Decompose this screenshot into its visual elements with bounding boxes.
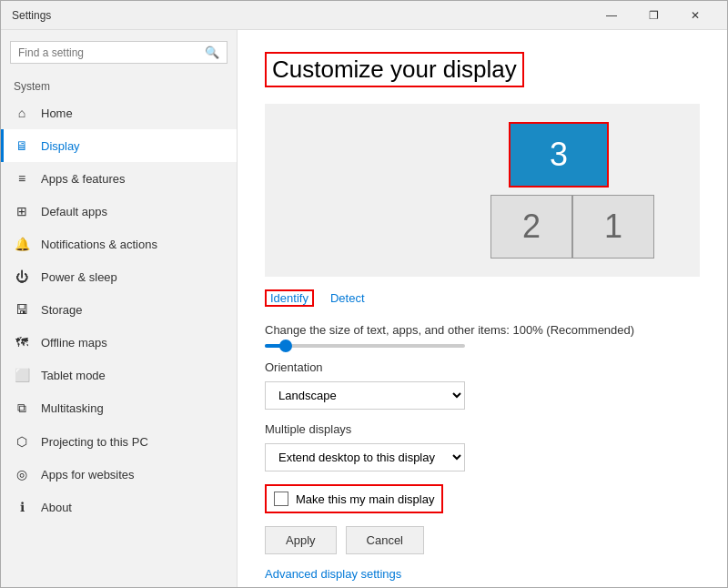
sidebar-item-label: About [41, 501, 72, 514]
sidebar-item-label: Display [41, 139, 80, 153]
apps-features-icon: ≡ [14, 171, 30, 186]
sidebar-item-projecting[interactable]: ⬡ Projecting to this PC [1, 425, 237, 458]
sidebar-item-display[interactable]: 🖥 Display [1, 129, 237, 162]
monitors-bottom-row: 2 1 [490, 195, 654, 259]
page-title: Customize your display [265, 52, 524, 87]
apps-websites-icon: ◎ [14, 467, 30, 482]
close-button[interactable]: ✕ [674, 1, 716, 30]
text-size-label: Change the size of text, apps, and other… [265, 323, 700, 337]
about-icon: ℹ [14, 500, 30, 514]
main-display-checkbox-row[interactable]: Make this my main display [265, 484, 443, 513]
sidebar-item-about[interactable]: ℹ About [1, 491, 237, 523]
detect-link[interactable]: Detect [329, 289, 367, 307]
orientation-setting: Orientation Landscape Portrait Landscape… [265, 360, 700, 410]
right-panel: Customize your display 3 2 1 [238, 30, 727, 587]
slider-thumb[interactable] [279, 340, 292, 352]
home-icon: ⌂ [14, 106, 30, 120]
multiple-displays-label: Multiple displays [265, 422, 700, 436]
main-content: 🔍 System ⌂ Home 🖥 Display ≡ Apps & featu… [1, 30, 727, 587]
titlebar: Settings — ❐ ✕ [1, 1, 727, 30]
multiple-displays-select[interactable]: Extend desktop to this display Duplicate… [265, 443, 465, 471]
minimize-button[interactable]: — [591, 1, 632, 30]
window-title: Settings [12, 9, 51, 22]
maximize-button[interactable]: ❐ [632, 1, 674, 30]
action-buttons-row: Apply Cancel [265, 526, 700, 554]
storage-icon: 🖫 [14, 302, 30, 317]
monitor-1-block[interactable]: 1 [572, 195, 654, 259]
power-icon: ⏻ [14, 269, 30, 284]
display-preview-wrapper: 3 2 1 [283, 113, 682, 268]
monitor-2-block[interactable]: 2 [490, 195, 572, 259]
sidebar-item-label: Apps & features [41, 172, 126, 186]
sidebar-item-multitasking[interactable]: ⧉ Multitasking [1, 391, 237, 425]
sidebar-item-offline-maps[interactable]: 🗺 Offline maps [1, 326, 237, 359]
sidebar-item-label: Power & sleep [41, 270, 117, 284]
display-preview-area: 3 2 1 [265, 104, 700, 277]
default-apps-icon: ⊞ [14, 204, 30, 218]
advanced-display-settings-link[interactable]: Advanced display settings [265, 567, 401, 581]
notifications-icon: 🔔 [14, 237, 30, 251]
projecting-icon: ⬡ [14, 434, 30, 449]
sidebar-item-label: Tablet mode [41, 369, 106, 382]
apply-button[interactable]: Apply [265, 526, 337, 554]
multiple-displays-setting: Multiple displays Extend desktop to this… [265, 422, 700, 471]
monitor-1-label: 1 [604, 208, 622, 246]
main-display-checkbox[interactable] [274, 492, 288, 506]
cancel-button[interactable]: Cancel [346, 526, 424, 554]
search-icon: 🔍 [205, 46, 219, 59]
orientation-label: Orientation [265, 360, 700, 374]
identify-detect-row: Identify Detect [265, 289, 700, 307]
display-icon: 🖥 [14, 138, 30, 153]
monitor-3-label: 3 [550, 136, 568, 174]
sidebar-item-notifications[interactable]: 🔔 Notifications & actions [1, 228, 237, 260]
search-input[interactable] [18, 46, 205, 59]
main-display-label: Make this my main display [296, 492, 434, 506]
orientation-select[interactable]: Landscape Portrait Landscape (flipped) P… [265, 381, 465, 410]
sidebar: 🔍 System ⌂ Home 🖥 Display ≡ Apps & featu… [1, 30, 238, 587]
text-size-setting: Change the size of text, apps, and other… [265, 323, 700, 348]
sidebar-item-tablet-mode[interactable]: ⬜ Tablet mode [1, 359, 237, 391]
sidebar-item-home[interactable]: ⌂ Home [1, 96, 237, 129]
sidebar-item-label: Default apps [41, 205, 107, 218]
sidebar-item-label: Notifications & actions [41, 238, 157, 251]
sidebar-item-default-apps[interactable]: ⊞ Default apps [1, 195, 237, 228]
monitor-3-block[interactable]: 3 [509, 122, 609, 188]
system-label: System [1, 75, 237, 96]
text-size-slider-container [265, 344, 700, 348]
maps-icon: 🗺 [14, 335, 30, 350]
sidebar-item-apps-websites[interactable]: ◎ Apps for websites [1, 458, 237, 491]
search-box[interactable]: 🔍 [10, 41, 228, 64]
sidebar-item-apps-features[interactable]: ≡ Apps & features [1, 162, 237, 195]
settings-window: Settings — ❐ ✕ 🔍 System ⌂ Home 🖥 Display [0, 0, 728, 588]
window-controls: — ❐ ✕ [591, 1, 716, 30]
sidebar-item-storage[interactable]: 🖫 Storage [1, 293, 237, 326]
monitor-2-label: 2 [522, 208, 541, 246]
sidebar-item-label: Home [41, 106, 73, 120]
sidebar-item-power-sleep[interactable]: ⏻ Power & sleep [1, 260, 237, 293]
sidebar-item-label: Projecting to this PC [41, 435, 148, 449]
slider-track[interactable] [265, 344, 465, 348]
identify-link[interactable]: Identify [265, 289, 314, 307]
multitasking-icon: ⧉ [14, 400, 30, 416]
sidebar-item-label: Offline maps [41, 336, 107, 350]
tablet-icon: ⬜ [14, 368, 30, 382]
sidebar-item-label: Multitasking [41, 401, 104, 415]
sidebar-item-label: Apps for websites [41, 468, 135, 482]
sidebar-item-label: Storage [41, 303, 83, 317]
